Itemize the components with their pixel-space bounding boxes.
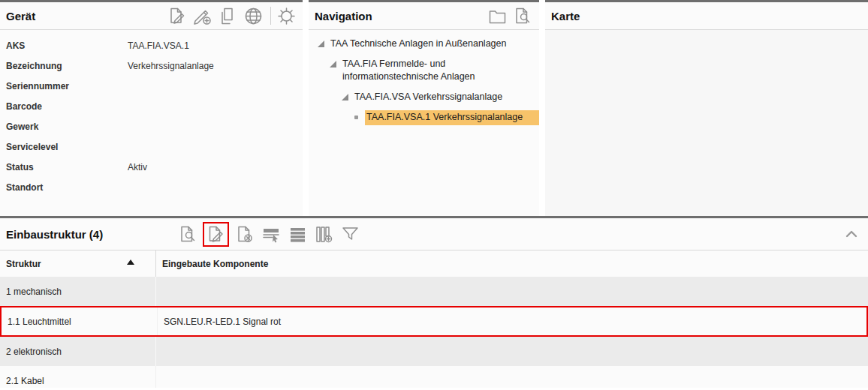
field-value: Verkehrssignalanlage bbox=[128, 61, 214, 71]
expanded-triangle-icon[interactable] bbox=[342, 94, 348, 100]
tree-item[interactable]: TAA.FIA.VSA Verkehrssignalanlage bbox=[309, 90, 539, 105]
tree-item[interactable]: TAA.FIA.VSA.1 Verkehrssignalanlage bbox=[309, 110, 539, 125]
device-panel: Gerät AKSTAA.FIA.VSA.1B bbox=[0, 0, 303, 216]
device-field-row: Servicelevel bbox=[0, 136, 303, 157]
structure-table-body: 1 mechanisch1.1 LeuchtmittelSGN.LEU.R-LE… bbox=[0, 277, 868, 388]
globe-icon[interactable] bbox=[243, 6, 264, 26]
leaf-bullet-icon bbox=[354, 116, 358, 119]
document-search-icon[interactable] bbox=[178, 224, 198, 244]
field-value: TAA.FIA.VSA.1 bbox=[128, 40, 189, 51]
table-row[interactable]: 2.1 Kabel bbox=[0, 366, 868, 388]
sort-ascending-icon[interactable] bbox=[127, 260, 134, 265]
device-field-row: Gewerk bbox=[0, 116, 303, 136]
tree-item[interactable]: TAA.FIA Fernmelde- und informationstechn… bbox=[309, 57, 539, 85]
settings-gear-icon[interactable] bbox=[276, 6, 297, 26]
tree-item-label-selected[interactable]: TAA.FIA.VSA.1 Verkehrssignalanlage bbox=[365, 110, 539, 125]
map-panel-title: Karte bbox=[551, 10, 580, 22]
tree-item-label[interactable]: TAA.FIA.VSA Verkehrssignalanlage bbox=[353, 90, 539, 105]
navigation-panel-title: Navigation bbox=[315, 10, 372, 22]
field-label: Servicelevel bbox=[6, 142, 128, 152]
column-header-komponente[interactable]: Eingebaute Komponente bbox=[156, 259, 868, 269]
collapse-panel-icon[interactable] bbox=[844, 226, 859, 242]
device-field-row: AKSTAA.FIA.VSA.1 bbox=[0, 35, 303, 56]
map-body bbox=[545, 30, 868, 216]
folder-icon[interactable] bbox=[487, 6, 508, 26]
table-row-annotated[interactable]: 1.1 LeuchtmittelSGN.LEU.R-LED.1 Signal r… bbox=[0, 306, 868, 337]
map-panel-header: Karte bbox=[545, 2, 868, 30]
column-header-struktur[interactable]: Struktur bbox=[0, 250, 156, 277]
columns-settings-icon[interactable] bbox=[314, 224, 334, 244]
device-panel-title: Gerät bbox=[6, 10, 35, 22]
field-label: Gewerk bbox=[6, 122, 128, 132]
device-field-row: Barcode bbox=[0, 96, 303, 116]
device-panel-header: Gerät bbox=[0, 2, 303, 30]
device-toolbar bbox=[161, 6, 297, 26]
device-field-row: StatusAktiv bbox=[0, 157, 303, 177]
structure-panel-title: Einbaustruktur (4) bbox=[6, 228, 103, 241]
cell-struktur: 1.1 Leuchtmittel bbox=[2, 308, 158, 335]
cell-komponente: SGN.LEU.R-LED.1 Signal rot bbox=[158, 316, 866, 327]
toolbar-divider bbox=[270, 7, 271, 25]
field-label: Standort bbox=[6, 182, 128, 193]
structure-panel-header: Einbaustruktur (4) bbox=[0, 218, 868, 250]
expanded-triangle-icon[interactable] bbox=[330, 61, 336, 68]
field-label: Bezeichnung bbox=[6, 61, 128, 71]
rows-select-icon[interactable] bbox=[261, 224, 282, 244]
expanded-triangle-icon[interactable] bbox=[318, 40, 324, 47]
tree-item[interactable]: TAA Technische Anlagen in Außenanlagen bbox=[309, 37, 539, 52]
device-field-row: BezeichnungVerkehrssignalanlage bbox=[0, 56, 303, 76]
navigation-tree: TAA Technische Anlagen in AußenanlagenTA… bbox=[309, 30, 539, 130]
document-search-icon[interactable] bbox=[513, 6, 533, 26]
structure-panel: Einbaustruktur (4) bbox=[0, 216, 868, 388]
rows-solid-icon[interactable] bbox=[288, 224, 308, 244]
field-label: Seriennummer bbox=[6, 81, 128, 92]
device-field-row: Seriennummer bbox=[0, 76, 303, 96]
field-value: Aktiv bbox=[128, 162, 147, 172]
field-label: AKS bbox=[6, 40, 128, 51]
map-panel: Karte bbox=[545, 0, 868, 216]
table-row[interactable]: 2 elektronisch bbox=[0, 337, 868, 366]
navigation-panel-header: Navigation bbox=[309, 2, 539, 30]
pencil-add-icon[interactable] bbox=[192, 6, 212, 26]
field-label: Barcode bbox=[6, 101, 128, 112]
filter-funnel-icon[interactable] bbox=[340, 224, 360, 244]
column-header-struktur-label: Struktur bbox=[6, 259, 41, 269]
cell-struktur: 2.1 Kabel bbox=[0, 366, 156, 388]
structure-table-header: Struktur Eingebaute Komponente bbox=[0, 250, 868, 277]
cell-struktur: 1 mechanisch bbox=[0, 277, 156, 306]
device-fields: AKSTAA.FIA.VSA.1BezeichnungVerkehrssigna… bbox=[0, 30, 303, 197]
table-row[interactable]: 1 mechanisch bbox=[0, 277, 868, 306]
document-remove-icon[interactable] bbox=[235, 224, 255, 244]
device-field-row: Standort bbox=[0, 177, 303, 197]
edit-document-icon[interactable] bbox=[206, 224, 226, 244]
column-header-komponente-label: Eingebaute Komponente bbox=[162, 259, 268, 269]
navigation-panel: Navigation TAA Technische Anlagen in Auß… bbox=[309, 0, 539, 216]
tree-item-label[interactable]: TAA Technische Anlagen in Außenanlagen bbox=[329, 37, 539, 52]
structure-toolbar bbox=[172, 222, 360, 247]
edit-document-icon[interactable] bbox=[167, 6, 187, 26]
tree-item-label[interactable]: TAA.FIA Fernmelde- und informationstechn… bbox=[341, 57, 539, 85]
edit-icon-annotation-box bbox=[203, 222, 229, 247]
field-label: Status bbox=[6, 162, 128, 172]
navigation-toolbar bbox=[482, 6, 533, 26]
cell-struktur: 2 elektronisch bbox=[0, 337, 156, 366]
top-panels-row: Gerät AKSTAA.FIA.VSA.1B bbox=[0, 0, 868, 216]
copy-document-icon[interactable] bbox=[218, 6, 238, 26]
